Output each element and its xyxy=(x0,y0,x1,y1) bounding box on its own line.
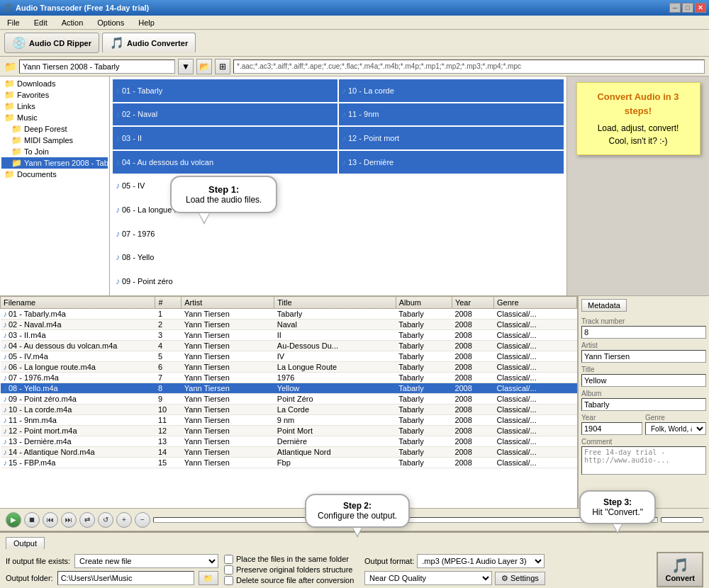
nav-down-button[interactable]: ▼ xyxy=(178,59,194,74)
title-input[interactable] xyxy=(581,374,706,387)
file-item-02[interactable]: ♪02 - Naval xyxy=(113,103,337,126)
checkbox-delete-source-input[interactable] xyxy=(224,576,233,585)
filter-input[interactable] xyxy=(233,60,705,74)
table-row[interactable]: ♪03 - II.m4a3Yann TiersenIITabarly2008Cl… xyxy=(1,330,577,341)
tree-item-music[interactable]: 📁Music xyxy=(1,112,108,123)
quality-select[interactable]: Near CD Quality xyxy=(364,571,492,585)
col-filename[interactable]: Filename xyxy=(1,297,155,309)
table-row[interactable]: ♪07 - 1976.m4a7Yann Tiersen1976Tabarly20… xyxy=(1,373,577,383)
tree-item-favorites[interactable]: 📁Favorites xyxy=(1,89,108,101)
tree-item-links[interactable]: 📁Links xyxy=(1,101,108,112)
table-row[interactable]: ♪09 - Point zéro.m4a9Yann TiersenPoint Z… xyxy=(1,394,577,405)
album-input[interactable] xyxy=(581,398,706,411)
step1-text: Load the audio files. xyxy=(186,195,262,205)
comment-textarea[interactable]: Free 14-day trial - http://www.audio-... xyxy=(581,446,706,475)
tab-converter-label: Audio Converter xyxy=(127,39,188,47)
output-format-select[interactable]: .mp3 (MPEG-1 Audio Layer 3) xyxy=(417,554,545,568)
checkbox-preserve-folders[interactable]: Preserve original folders structure xyxy=(224,565,359,575)
tree-item-deep-forest[interactable]: 📁Deep Forest xyxy=(1,123,108,135)
file-item-10[interactable]: ♪10 - La corde xyxy=(339,79,564,102)
table-cell: 2008 xyxy=(452,351,493,362)
table-row[interactable]: ♪01 - Tabarly.m4a1Yann TiersenTabarlyTab… xyxy=(1,309,577,320)
remove-button[interactable]: − xyxy=(135,512,150,528)
col-number[interactable]: # xyxy=(155,297,182,309)
table-cell: Fbp xyxy=(274,458,396,468)
tree-item-downloads[interactable]: 📁Downloads xyxy=(1,78,108,89)
repeat-button[interactable]: ↺ xyxy=(98,512,113,528)
file-item-03[interactable]: ♪03 - II xyxy=(113,127,337,149)
menu-file[interactable]: File xyxy=(3,17,24,28)
tree-item-documents[interactable]: 📁Documents xyxy=(1,169,108,180)
next-button[interactable]: ⏭ xyxy=(61,512,77,528)
checkbox-delete-source[interactable]: Delete source file after conversion xyxy=(224,576,359,585)
folder-address-input[interactable] xyxy=(19,60,175,74)
file-item-01[interactable]: ♪01 - Tabarly xyxy=(113,79,337,102)
table-row[interactable]: ♪08 - Yello.m4a8Yann TiersenYellowTabarl… xyxy=(1,383,577,394)
file-item-04[interactable]: ♪04 - Au dessous du volcan xyxy=(113,151,337,174)
col-title[interactable]: Title xyxy=(274,297,396,309)
table-row[interactable]: ♪04 - Au dessous du volcan.m4a4Yann Tier… xyxy=(1,341,577,351)
table-row[interactable]: ♪15 - FBP.m4a15Yann TiersenFbpTabarly200… xyxy=(1,458,577,468)
close-button[interactable]: ✕ xyxy=(695,3,706,13)
menu-action[interactable]: Action xyxy=(57,17,88,28)
metadata-tab[interactable]: Metadata xyxy=(581,299,627,312)
output-tab-label[interactable]: Output xyxy=(6,537,45,549)
file-item-07[interactable]: ♪07 - 1976 xyxy=(113,222,337,245)
stop-button[interactable]: ⏹ xyxy=(24,512,40,528)
table-cell: ♪15 - FBP.m4a xyxy=(1,458,155,468)
table-row[interactable]: ♪11 - 9nm.m4a11Yann Tiersen9 nmTabarly20… xyxy=(1,415,577,426)
tree-item-tabarly[interactable]: 📁Yann Tiersen 2008 - Tabarly xyxy=(1,157,108,169)
convert-button[interactable]: 🎵 Convert xyxy=(657,552,703,587)
checkbox-preserve-folders-input[interactable] xyxy=(224,565,233,575)
tab-cd-ripper[interactable]: 💿 Audio CD Ripper xyxy=(4,33,99,53)
if-output-exists-select[interactable]: Create new file xyxy=(74,554,218,568)
table-row[interactable]: ♪13 - Dernière.m4a13Yann TiersenDernière… xyxy=(1,436,577,447)
table-cell: 15 xyxy=(155,458,182,468)
year-input[interactable] xyxy=(581,422,642,435)
shuffle-button[interactable]: ⇄ xyxy=(79,512,95,528)
table-row[interactable]: ♪12 - Point mort.m4a12Yann TiersenPoint … xyxy=(1,426,577,436)
file-table-container[interactable]: Filename # Artist Title Album Year Genre… xyxy=(0,296,578,508)
minimize-button[interactable]: ─ xyxy=(669,3,681,13)
file-item-11[interactable]: ♪11 - 9nm xyxy=(339,103,564,126)
output-folder-input[interactable] xyxy=(57,571,194,585)
table-row[interactable]: ♪06 - La longue route.m4a6Yann TiersenLa… xyxy=(1,362,577,373)
artist-input[interactable] xyxy=(581,350,706,363)
table-cell: Dernière xyxy=(274,436,396,447)
menu-help[interactable]: Help xyxy=(134,17,159,28)
table-cell: 2008 xyxy=(452,330,493,341)
track-number-input[interactable] xyxy=(581,326,706,339)
settings-button[interactable]: ⚙ Settings xyxy=(495,572,545,585)
table-row[interactable]: ♪14 - Atlantique Nord.m4a14Yann TiersenA… xyxy=(1,447,577,458)
file-item-12[interactable]: ♪12 - Point mort xyxy=(339,127,564,149)
col-artist[interactable]: Artist xyxy=(182,297,274,309)
nav-grid-button[interactable]: ⊞ xyxy=(215,59,230,74)
col-album[interactable]: Album xyxy=(396,297,452,309)
browse-folder-button[interactable]: 📁 xyxy=(199,571,218,585)
file-item-08[interactable]: ♪08 - Yello xyxy=(113,247,337,269)
table-row[interactable]: ♪10 - La corde.m4a10Yann TiersenLa Corde… xyxy=(1,405,577,415)
maximize-button[interactable]: □ xyxy=(682,3,693,13)
prev-button[interactable]: ⏮ xyxy=(43,512,58,528)
col-year[interactable]: Year xyxy=(452,297,493,309)
nav-browse-button[interactable]: 📂 xyxy=(196,59,212,74)
menu-options[interactable]: Options xyxy=(93,17,128,28)
col-genre[interactable]: Genre xyxy=(494,297,577,309)
table-cell: 2008 xyxy=(452,436,493,447)
table-cell: ♪13 - Dernière.m4a xyxy=(1,436,155,447)
table-row[interactable]: ♪05 - IV.m4a5Yann TiersenIVTabarly2008Cl… xyxy=(1,351,577,362)
tree-item-tojoin[interactable]: 📁To Join xyxy=(1,146,108,157)
tab-converter[interactable]: 🎵 Audio Converter xyxy=(102,33,196,53)
table-cell: Yann Tiersen xyxy=(182,330,274,341)
play-button[interactable]: ▶ xyxy=(6,512,21,528)
file-item-09[interactable]: ♪09 - Point zéro xyxy=(113,270,337,293)
file-item-13[interactable]: ♪13 - Dernière xyxy=(339,151,564,174)
table-row[interactable]: ♪02 - Naval.m4a2Yann TiersenNavalTabarly… xyxy=(1,320,577,330)
volume-slider[interactable] xyxy=(661,517,703,523)
checkbox-same-folder-input[interactable] xyxy=(224,555,233,564)
tree-item-midi[interactable]: 📁MIDI Samples xyxy=(1,135,108,146)
menu-edit[interactable]: Edit xyxy=(30,17,52,28)
genre-select[interactable]: Folk, World, & C... xyxy=(645,422,706,435)
checkbox-same-folder[interactable]: Place the files in the same folder xyxy=(224,555,359,564)
add-button[interactable]: + xyxy=(116,512,132,528)
